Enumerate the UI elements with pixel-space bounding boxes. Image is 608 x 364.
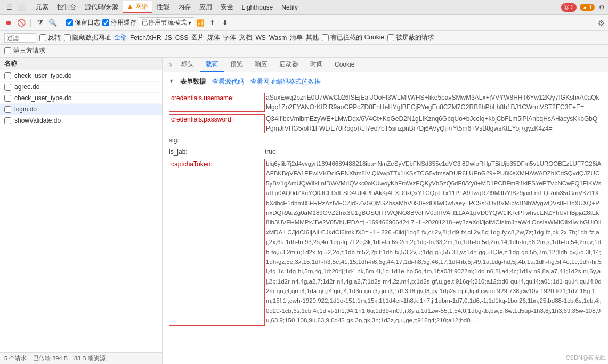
username-value: aSuxEwq2bzriE0U7WwCb26fSEjEafJOoFf3WLMIW…: [266, 93, 602, 112]
tab-headers[interactable]: 标头: [176, 58, 199, 72]
resource-size: 83 B 项资源: [74, 354, 106, 362]
preserve-log-text: 保留日志: [75, 18, 100, 27]
toolbar-settings-icon[interactable]: ⚙: [598, 19, 605, 27]
menu-security[interactable]: 安全: [216, 2, 238, 13]
filter-font[interactable]: 字体: [223, 33, 236, 42]
settings-icon[interactable]: ⚙: [598, 3, 606, 12]
disable-cache-checkbox[interactable]: [102, 19, 109, 26]
tab-payload[interactable]: 载荷: [200, 58, 224, 72]
menu-performance[interactable]: 性能: [152, 2, 174, 13]
window-controls: ☰ ⬜: [2, 0, 30, 14]
tab-initiator[interactable]: 启动器: [274, 58, 304, 72]
filter-js[interactable]: JS: [165, 34, 172, 42]
filter-other[interactable]: 其他: [306, 33, 319, 42]
preserve-log-checkbox[interactable]: [66, 19, 73, 26]
filter-hide-data-url[interactable]: 隐藏数据网址: [64, 33, 111, 42]
request-list: 名称 check_user_type.do agree.do check_use…: [0, 58, 163, 364]
close-tab-button[interactable]: ×: [167, 60, 175, 70]
menu-items: 元素 控制台 源代码/来源 ▲ 网络 性能 内存 应用 安全 Lighthous…: [31, 1, 560, 13]
separator-2: [62, 19, 62, 27]
disable-cache-text: 停用缓存: [111, 18, 136, 27]
third-party-checkbox[interactable]: [4, 47, 11, 54]
separator-1: [30, 19, 31, 27]
throttle-chevron: ▾: [188, 19, 191, 27]
menu-right: ⓪ 2 ▲ 1 ⚙: [561, 3, 606, 12]
download-button[interactable]: ⬇: [220, 18, 230, 28]
list-item[interactable]: check_user_type.do: [0, 93, 162, 104]
menu-console[interactable]: 控制台: [53, 2, 80, 13]
filter-css[interactable]: CSS: [175, 34, 189, 42]
isjab-value: true: [265, 147, 602, 157]
menu-memory[interactable]: 内存: [174, 2, 195, 13]
filter-doc[interactable]: 文档: [239, 33, 252, 42]
list-item[interactable]: check_user_type.do: [0, 70, 162, 82]
request-name-3: login.do: [14, 106, 37, 113]
blocked-request-checkbox[interactable]: [387, 34, 394, 41]
intercepted-cookie-checkbox[interactable]: [322, 34, 329, 41]
filter-all[interactable]: 全部: [114, 33, 127, 42]
menu-lighthouse[interactable]: Lighthouse: [238, 3, 278, 12]
record-button[interactable]: ⏺: [3, 18, 14, 28]
hide-data-url-label: 隐藏数据网址: [72, 33, 111, 42]
section-title: 表单数据: [180, 77, 206, 86]
request-checkbox-3[interactable]: [4, 106, 11, 113]
transferred-size: 已传输 894 B: [33, 354, 68, 362]
disable-cache-label[interactable]: 停用缓存: [102, 18, 136, 27]
preserve-log-label[interactable]: 保留日志: [66, 18, 100, 27]
intercepted-cookie-label: 有已拦截的 Cookie: [330, 33, 384, 42]
field-password: credentials.password: Q34IfibcVmlbmEzyWE…: [169, 114, 602, 133]
wifi-icon[interactable]: 📶: [197, 19, 205, 27]
request-name-4: showValidate.do: [14, 117, 61, 124]
throttle-select[interactable]: 已停用节流模式 ▾: [139, 17, 194, 28]
filter-wasm[interactable]: Wasm: [269, 34, 287, 42]
filter-media[interactable]: 媒体: [207, 33, 220, 42]
detail-panel: × 标头 载荷 预览 响应 启动器 时间 Cookie ▼ 表单数据 查看源代码…: [163, 58, 608, 364]
request-checkbox-1[interactable]: [4, 84, 11, 91]
captchatoken-key: captchaToken:: [169, 159, 265, 326]
watermark: CSDN@夜无眠: [566, 354, 606, 362]
sig-key: sig:: [169, 135, 265, 145]
field-captchatoken: captchaToken: blq6ylib7j2d4vvgyrt1694668…: [169, 159, 602, 326]
stop-button[interactable]: 🚫: [16, 18, 27, 28]
request-checkbox-4[interactable]: [4, 117, 11, 124]
filter-input[interactable]: [4, 33, 36, 43]
field-username: credentials.username: aSuxEwq2bzriE0U7Ww…: [169, 93, 602, 112]
request-checkbox-2[interactable]: [4, 95, 11, 102]
blocked-request-label: 被屏蔽的请求: [396, 33, 434, 42]
password-key: credentials.password:: [169, 114, 265, 133]
list-item[interactable]: agree.do: [0, 82, 162, 93]
isjab-key: is_jab:: [169, 147, 265, 157]
tab-preview[interactable]: 预览: [225, 58, 248, 72]
list-item[interactable]: showValidate.do: [0, 115, 162, 126]
filter-blocked-request[interactable]: 被屏蔽的请求: [387, 33, 434, 42]
invert-checkbox[interactable]: [39, 34, 46, 41]
upload-button[interactable]: ⬆: [207, 18, 217, 28]
third-party-label[interactable]: 第三方请求: [4, 46, 45, 55]
menu-application[interactable]: 应用: [195, 2, 216, 13]
tab-cookie[interactable]: Cookie: [329, 59, 360, 71]
hide-data-url-checkbox[interactable]: [64, 34, 71, 41]
error-badge: ⓪ 2: [561, 3, 576, 12]
menu-element[interactable]: 元素: [31, 2, 53, 13]
menu-network[interactable]: ▲ 网络: [123, 1, 152, 13]
expand-triangle[interactable]: ▼: [169, 78, 174, 85]
request-checkbox-0[interactable]: [4, 72, 11, 79]
hamburger-icon[interactable]: ☰: [5, 3, 13, 12]
filter-manifest[interactable]: 清单: [290, 33, 303, 42]
view-source-link[interactable]: 查看源代码: [212, 77, 244, 86]
filter-ws[interactable]: WS: [255, 34, 265, 42]
tab-timing[interactable]: 时间: [305, 58, 328, 72]
tab-response[interactable]: 响应: [249, 58, 273, 72]
menu-netify[interactable]: Netify: [277, 3, 302, 12]
menu-sources[interactable]: 源代码/来源: [80, 2, 123, 13]
square-icon[interactable]: ⬜: [17, 3, 27, 12]
sig-value: [265, 135, 602, 145]
view-url-encoded-link[interactable]: 查看网址编码格式的数据: [250, 77, 321, 86]
search-button[interactable]: 🔍: [47, 18, 58, 28]
filter-invert[interactable]: 反转: [39, 33, 61, 42]
filter-button[interactable]: ⧩: [35, 18, 45, 28]
filter-intercepted-cookie[interactable]: 有已拦截的 Cookie: [322, 33, 384, 42]
filter-img[interactable]: 图片: [191, 33, 204, 42]
filter-fetch-xhr[interactable]: Fetch/XHR: [130, 34, 161, 42]
list-item-selected[interactable]: login.do: [0, 104, 162, 115]
